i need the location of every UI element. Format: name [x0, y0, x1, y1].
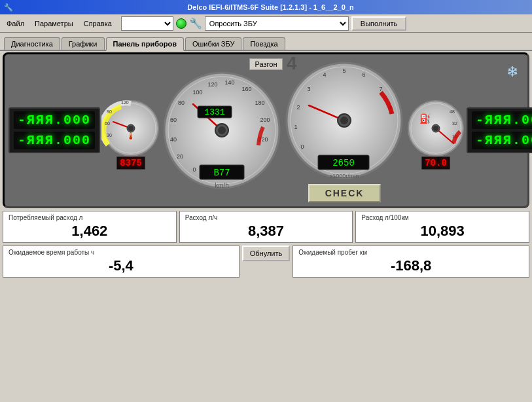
vypolnit-button[interactable]: Выполнить: [351, 16, 406, 31]
led-display-left: -ЯЯЯ.000 -ЯЯЯ.000: [9, 107, 100, 153]
flow-rate-card: Расход л/ч 8,387: [179, 211, 353, 243]
expected-time-label: Ожидаемое время работы ч: [9, 249, 234, 256]
fuel-gauge: 48 32 16 ⛽ 70.0: [406, 92, 465, 168]
svg-text:0: 0: [193, 166, 196, 173]
svg-text:6: 6: [363, 71, 366, 78]
svg-text:180: 180: [255, 100, 265, 106]
check-button[interactable]: CHECK: [308, 184, 381, 202]
opros-select[interactable]: Опросить ЗБУ: [205, 16, 349, 31]
data-cards-row1: Потребляемый расход л 1,462 Расход л/ч 8…: [3, 211, 529, 243]
svg-text:120: 120: [208, 81, 218, 88]
menu-bar: Файл Параметры Справка 🔧 Опросить ЗБУ Вы…: [0, 14, 532, 33]
obnutit-button[interactable]: Обнулить: [242, 246, 291, 261]
svg-text:3: 3: [308, 86, 311, 92]
expected-time-card: Ожидаемое время работы ч -5,4: [3, 246, 239, 278]
svg-text:32: 32: [452, 121, 457, 126]
tab-bar: Диагностика Графики Панель приборов Ошиб…: [0, 33, 532, 51]
window-title: Delco IEFI-6/ITMS-6F Suite [1.2.1.3] - 1…: [187, 3, 353, 11]
expected-time-value: -5,4: [9, 257, 234, 274]
svg-point-26: [218, 126, 226, 134]
svg-text:60: 60: [105, 121, 110, 126]
svg-text:В77: В77: [213, 168, 230, 178]
status-indicator: [176, 18, 186, 29]
svg-text:⛽: ⛽: [419, 113, 431, 124]
title-bar: 🔧 Delco IEFI-6/ITMS-6F Suite [1.2.1.3] -…: [0, 0, 532, 14]
menu-params[interactable]: Параметры: [31, 18, 77, 29]
toolbar-select[interactable]: [121, 16, 173, 31]
svg-text:km/h: km/h: [215, 182, 229, 189]
wrench-icon: 🔧: [189, 17, 202, 29]
temp-digital: 8375: [116, 156, 145, 170]
led-left-top: -ЯЯЯ.000: [14, 111, 95, 129]
tab-panel-priborov[interactable]: Панель приборов: [106, 37, 184, 51]
expected-range-label: Ожидаемый пробег км: [298, 249, 523, 256]
tab-poezdka[interactable]: Поездка: [243, 37, 285, 50]
led-display-right: -ЯЯЯ.000 -ЯЯЯ.000: [467, 107, 532, 153]
tab-oshibki[interactable]: Ошибки ЗБУ: [185, 37, 241, 50]
app-icon: 🔧: [4, 3, 13, 12]
per100km-label: Расход л/100км: [361, 214, 523, 221]
led-right-bottom: -ЯЯЯ.000: [472, 132, 532, 149]
svg-text:140: 140: [225, 79, 235, 86]
svg-text:200: 200: [260, 117, 270, 123]
svg-text:48: 48: [450, 109, 455, 114]
expected-range-card: Ожидаемый пробег км -168,8: [293, 246, 529, 278]
svg-text:0: 0: [301, 143, 304, 150]
svg-text:1: 1: [294, 124, 298, 130]
speedometer: 100 120 140 160 180 200 220 80 60 40 20 …: [162, 68, 283, 192]
tab-grafiki[interactable]: Графики: [62, 37, 105, 50]
expected-range-value: -168,8: [298, 257, 523, 274]
svg-text:4: 4: [323, 71, 327, 78]
tab-diagnostika[interactable]: Диагностика: [4, 37, 60, 50]
flow-rate-value: 8,387: [185, 223, 347, 240]
fuel-consumption-label: Потребляемый расход л: [9, 214, 171, 221]
svg-text:40: 40: [170, 136, 177, 143]
svg-text:2650: 2650: [332, 158, 355, 168]
per100km-value: 10,893: [361, 223, 523, 240]
svg-text:x1000r/min: x1000r/min: [330, 173, 359, 179]
data-cards-row2: Ожидаемое время работы ч -5,4 Обнулить О…: [3, 246, 529, 278]
svg-text:80: 80: [178, 100, 185, 106]
per100km-card: Расход л/100км 10,893: [355, 211, 529, 243]
svg-text:2: 2: [297, 104, 300, 111]
instrument-panel: Разгон ❄ -ЯЯЯ.000 -ЯЯЯ.000: [3, 52, 529, 208]
svg-point-9: [128, 126, 133, 131]
temp-gauge: 30 60 90 120 🌡 8375: [101, 92, 160, 168]
menu-help[interactable]: Справка: [80, 18, 116, 29]
fuel-consumption-card: Потребляемый расход л 1,462: [3, 211, 177, 243]
svg-text:1331: 1331: [204, 107, 224, 117]
led-right-top: -ЯЯЯ.000: [472, 111, 532, 129]
svg-text:20: 20: [177, 153, 183, 160]
svg-point-57: [433, 126, 438, 131]
obnutit-wrap: Обнулить: [242, 246, 291, 278]
svg-point-45: [340, 117, 348, 124]
tachometer: 4 0 1 2 3 4 5: [284, 58, 405, 202]
svg-text:100: 100: [193, 89, 203, 96]
svg-text:60: 60: [170, 117, 177, 123]
fuel-digital: 70.0: [421, 156, 450, 170]
toolbar: 🔧 Опросить ЗБУ Выполнить: [121, 16, 406, 31]
check-area: CHECK: [308, 184, 381, 202]
snowflake-icon: ❄: [506, 64, 518, 81]
svg-text:160: 160: [242, 86, 252, 92]
flow-rate-label: Расход л/ч: [185, 214, 347, 221]
svg-text:120: 120: [121, 100, 129, 105]
svg-text:90: 90: [107, 109, 112, 114]
instruments-container: -ЯЯЯ.000 -ЯЯЯ.000: [9, 58, 523, 202]
led-left-bottom: -ЯЯЯ.000: [14, 132, 95, 149]
svg-text:30: 30: [107, 133, 112, 137]
svg-text:5: 5: [343, 67, 346, 74]
fuel-consumption-value: 1,462: [9, 223, 171, 240]
menu-file[interactable]: Файл: [3, 18, 28, 29]
